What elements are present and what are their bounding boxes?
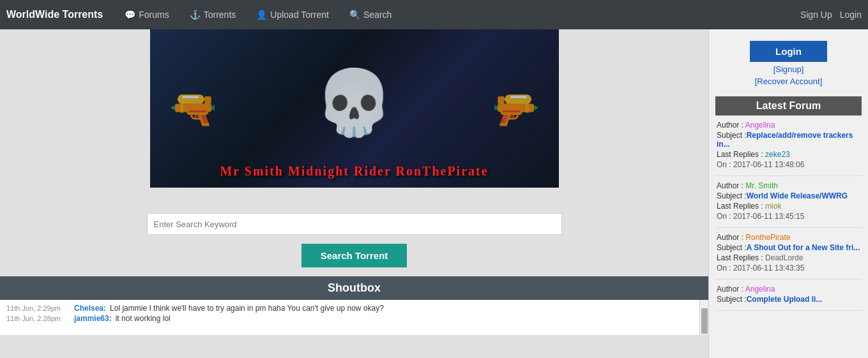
shout-time-0: 11th Jun, 2:29pm [6, 304, 70, 312]
forum-date-2: 2017-06-11 13:43:35 [733, 264, 804, 272]
shoutbox-header: Shoutbox [0, 276, 708, 300]
subject-label-2: Subject : [717, 243, 747, 252]
forum-entry-2: Author : RonthePirate Subject :A Shout O… [715, 228, 862, 280]
nav-torrents-label: Torrents [204, 10, 236, 20]
author-label-2: Author : [717, 233, 745, 242]
nav-link-torrents[interactable]: ⚓ Torrents [181, 6, 245, 24]
nav-search-label: Search [363, 10, 392, 20]
banner-image: 🔫 💀 🔫 Mr Smith Midnight Rider RonThePira… [150, 29, 559, 188]
forum-subject-link-1[interactable]: World Wide Release/WWRG [747, 191, 848, 200]
shout-row-1: 11th Jun, 2:28pm jammie63: it not workin… [6, 314, 702, 323]
search-area: Search Torrent [150, 213, 559, 267]
upload-icon: 👤 [256, 10, 267, 20]
reply-label-2: Last Replies : [717, 253, 765, 262]
anchor-icon: ⚓ [190, 10, 201, 20]
forum-entry-3: Author : Angelina Subject :Complete Uplo… [715, 280, 862, 311]
shoutbox-scrollbar[interactable] [699, 300, 708, 335]
date-label-2: On : [717, 264, 733, 272]
forum-reply-row-1: Last Replies : miok [717, 202, 860, 211]
forum-reply-row-2: Last Replies : DeadLorde [717, 253, 860, 262]
forum-date-row-1: On : 2017-06-11 13:45:15 [717, 212, 860, 221]
latest-forum-header: Latest Forum [715, 96, 862, 116]
skull-decor: 💀 [314, 70, 394, 134]
banner-text: Mr Smith Midnight Rider RonThePirate [220, 164, 488, 179]
shout-time-1: 11th Jun, 2:28pm [6, 315, 70, 322]
sidebar: Login [Signup] [Recover Account] Latest … [708, 29, 868, 358]
forum-author-name-0[interactable]: Angelina [745, 121, 775, 130]
shout-row-0: 11th Jun, 2:29pm Chelsea: Lol jammie I t… [6, 304, 702, 313]
forum-reply-name-2[interactable]: DeadLorde [765, 253, 803, 262]
forum-reply-row-0: Last Replies : zeke23 [717, 150, 860, 159]
forum-subject-row-3: Subject :Complete Upload li... [717, 295, 860, 304]
sidebar-login-section: Login [Signup] [Recover Account] [715, 36, 862, 91]
search-icon: 🔍 [349, 10, 360, 20]
forum-date-1: 2017-06-11 13:45:15 [733, 212, 804, 221]
navbar: WorldWide Torrents 💬 Forums ⚓ Torrents 👤… [0, 0, 868, 29]
subject-label-0: Subject : [717, 131, 747, 140]
forum-subject-link-2[interactable]: A Shout Out for a New Site fri... [747, 243, 860, 252]
forum-author-name-3[interactable]: Angelina [745, 285, 775, 294]
nav-links: 💬 Forums ⚓ Torrents 👤 Upload Torrent 🔍 S… [116, 6, 800, 24]
forum-author-row-1: Author : Mr. Smith [717, 181, 860, 190]
nav-link-search[interactable]: 🔍 Search [340, 6, 400, 24]
nav-right: Sign Up Login [800, 10, 862, 20]
login-nav-link[interactable]: Login [840, 10, 862, 20]
author-label-3: Author : [717, 285, 745, 294]
gun-right-decor: 🔫 [492, 86, 540, 131]
forum-reply-name-0[interactable]: zeke23 [765, 150, 790, 159]
shout-user-1[interactable]: jammie63: [74, 314, 112, 323]
forum-reply-name-1[interactable]: miok [765, 202, 781, 211]
date-label-0: On : [717, 160, 733, 169]
author-label-0: Author : [717, 121, 745, 130]
gun-left-decor: 🔫 [169, 86, 217, 131]
shout-user-0[interactable]: Chelsea: [74, 304, 106, 313]
signup-sidebar-link[interactable]: [Signup] [773, 64, 804, 74]
forum-subject-row-1: Subject :World Wide Release/WWRG [717, 191, 860, 200]
shoutbox-container: Shoutbox 11th Jun, 2:29pm Chelsea: Lol j… [0, 276, 708, 335]
nav-brand: WorldWide Torrents [6, 9, 103, 20]
shout-text-0: Lol jammie I think we'll have to try aga… [110, 304, 384, 313]
forum-date-0: 2017-06-11 13:48:06 [733, 160, 804, 169]
login-button[interactable]: Login [750, 41, 827, 62]
signup-link[interactable]: Sign Up [800, 10, 832, 20]
subject-label-1: Subject : [717, 191, 747, 200]
reply-label-0: Last Replies : [717, 150, 765, 159]
page-wrapper: 🔫 💀 🔫 Mr Smith Midnight Rider RonThePira… [0, 29, 868, 358]
nav-link-upload[interactable]: 👤 Upload Torrent [247, 6, 338, 24]
forum-author-row-2: Author : RonthePirate [717, 233, 860, 242]
nav-upload-label: Upload Torrent [270, 10, 329, 20]
forum-date-row-2: On : 2017-06-11 13:43:35 [717, 264, 860, 272]
search-input[interactable] [147, 213, 562, 235]
forum-entry-0: Author : Angelina Subject :Replace/add/r… [715, 116, 862, 176]
forum-subject-link-3[interactable]: Complete Upload li... [747, 295, 823, 304]
date-label-1: On : [717, 212, 733, 221]
forum-date-row-0: On : 2017-06-11 13:48:06 [717, 160, 860, 169]
search-torrent-button[interactable]: Search Torrent [301, 244, 407, 267]
author-label-1: Author : [717, 181, 745, 190]
reply-label-1: Last Replies : [717, 202, 765, 211]
forum-author-row-3: Author : Angelina [717, 285, 860, 294]
banner-canvas: 🔫 💀 🔫 Mr Smith Midnight Rider RonThePira… [150, 29, 559, 188]
forum-entry-1: Author : Mr. Smith Subject :World Wide R… [715, 176, 862, 228]
forum-subject-row-0: Subject :Replace/add/remove trackers in.… [717, 131, 860, 149]
nav-forums-label: Forums [139, 10, 169, 20]
forum-subject-row-2: Subject :A Shout Out for a New Site fri.… [717, 243, 860, 252]
forum-author-name-2[interactable]: RonthePirate [745, 233, 790, 242]
shoutbox-messages: 11th Jun, 2:29pm Chelsea: Lol jammie I t… [0, 300, 708, 335]
chat-icon: 💬 [125, 10, 135, 20]
subject-label-3: Subject : [717, 295, 747, 304]
shout-text-1: it not working lol [116, 314, 171, 323]
forum-author-row-0: Author : Angelina [717, 121, 860, 130]
forum-author-name-1[interactable]: Mr. Smith [745, 181, 778, 190]
scrollbar-thumb [701, 308, 708, 334]
recover-account-link[interactable]: [Recover Account] [755, 77, 823, 86]
nav-link-forums[interactable]: 💬 Forums [116, 6, 178, 24]
main-content: 🔫 💀 🔫 Mr Smith Midnight Rider RonThePira… [0, 29, 708, 358]
